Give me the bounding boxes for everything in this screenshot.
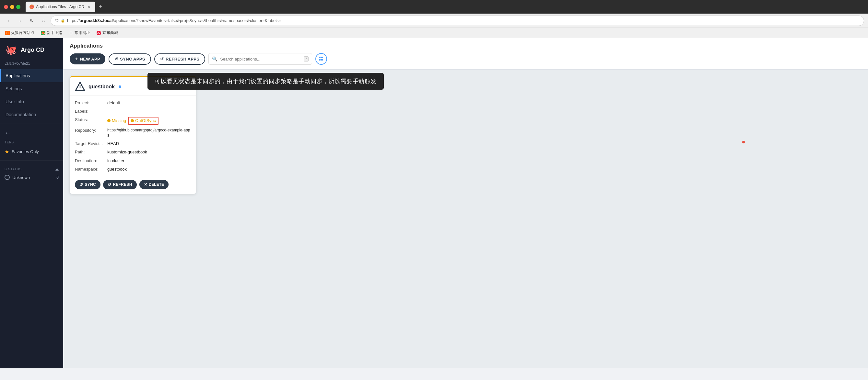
page-title: Applications <box>70 43 862 49</box>
minimize-button[interactable] <box>10 5 14 9</box>
address-bar[interactable]: 🛡 🔒 https://argocd.k8s.local/application… <box>51 15 864 26</box>
target-revision-value: HEAD <box>107 141 191 147</box>
card-row-project: Project: default <box>75 99 191 107</box>
card-footer: ↺ SYNC ↺ REFRESH ✕ DELETE <box>70 177 196 194</box>
repository-value: https://github.com/argoproj/argocd-examp… <box>107 128 191 139</box>
sidebar-item-settings-label: Settings <box>5 86 22 91</box>
tab-bar: 🐙 Applications Tiles - Argo CD ✕ + <box>23 1 864 13</box>
bookmark-foxofficial[interactable]: □ 火狐官方站点 <box>4 30 36 36</box>
back-button[interactable]: ‹ <box>4 16 13 25</box>
sidebar-version: v2.5.3+0c7de21 <box>0 62 63 69</box>
status-label: Status: <box>75 117 107 123</box>
card-row-labels: Labels: <box>75 107 191 115</box>
url-protocol: https:// <box>67 18 80 23</box>
sidebar-item-userinfo[interactable]: User Info <box>0 95 63 108</box>
svg-rect-0 <box>319 57 320 58</box>
tab-title: Applications Tiles - Argo CD <box>36 4 84 9</box>
tab-close-button[interactable]: ✕ <box>86 4 91 9</box>
destination-value: in-cluster <box>107 158 191 164</box>
main-content: Applications + NEW APP ↺ SYNC APPS ↺ REF… <box>63 38 868 368</box>
sidebar-item-settings[interactable]: Settings <box>0 82 63 95</box>
sync-status: OutOfSync <box>128 117 158 125</box>
status-values: Missing OutOfSync <box>107 117 158 125</box>
sidebar-filters-section-label: TERS <box>0 139 63 145</box>
card-row-repository: Repository: https://github.com/argoproj/… <box>75 126 191 140</box>
new-app-button[interactable]: + NEW APP <box>70 54 105 64</box>
svg-rect-1 <box>321 57 323 58</box>
bookmark-jd-label: 京东商城 <box>102 30 118 36</box>
path-label: Path: <box>75 149 107 155</box>
plus-icon: + <box>75 56 78 62</box>
forward-button[interactable]: › <box>16 16 25 25</box>
bookmark-jd[interactable]: JD 京东商城 <box>95 30 119 36</box>
health-status-text: Missing <box>112 118 126 124</box>
home-button[interactable]: ⌂ <box>39 16 48 25</box>
sidebar-favorites-filter[interactable]: ★ Favorites Only <box>0 145 63 158</box>
app-card-guestbook[interactable]: guestbook Project: default Labels: Statu… <box>70 76 196 194</box>
sidebar-status-unknown[interactable]: Unknown 0 <box>0 172 63 182</box>
bookmark-fox-icon: □ <box>5 31 10 35</box>
sync-status-text: OutOfSync <box>135 118 156 124</box>
repository-label: Repository: <box>75 128 107 133</box>
star-icon: ★ <box>4 148 9 155</box>
browser-titlebar: 🐙 Applications Tiles - Argo CD ✕ + <box>0 0 868 13</box>
sidebar-status-unknown-count: 0 <box>56 175 59 180</box>
refresh-apps-button[interactable]: ↺ REFRESH APPS <box>154 54 206 65</box>
sync-status-icon <box>4 175 10 180</box>
search-bar[interactable]: 🔍 / <box>209 53 312 65</box>
card-sync-icon: ↺ <box>80 182 83 187</box>
card-row-destination: Destination: in-cluster <box>75 157 191 165</box>
sidebar-sync-status-section: C STATUS Unknown 0 <box>0 164 63 185</box>
sidebar-divider-2 <box>0 161 63 161</box>
search-icon: 🔍 <box>212 56 217 62</box>
refresh-apps-label: REFRESH APPS <box>166 57 199 62</box>
page-header: Applications + NEW APP ↺ SYNC APPS ↺ REF… <box>63 38 868 70</box>
health-status: Missing <box>107 118 126 124</box>
card-sync-label: SYNC <box>85 182 96 187</box>
card-refresh-label: REFRESH <box>113 182 132 187</box>
bookmark-newuser[interactable]: 🦊 新手上路 <box>39 30 64 36</box>
new-app-label: NEW APP <box>80 57 100 62</box>
traffic-lights <box>4 5 21 9</box>
maximize-button[interactable] <box>16 5 21 9</box>
project-label: Project: <box>75 100 107 106</box>
grid-icon <box>319 56 324 62</box>
namespace-label: Namespace: <box>75 166 107 172</box>
sidebar-favorites-label: Favorites Only <box>12 149 39 154</box>
url-display: https://argocd.k8s.local/applications?sh… <box>67 18 860 23</box>
target-revision-label: Target Revisi... <box>75 141 107 147</box>
app-status-dot <box>119 85 121 88</box>
search-input[interactable] <box>220 57 301 62</box>
svg-rect-3 <box>321 59 323 61</box>
bookmark-newuser-label: 新手上路 <box>47 30 62 36</box>
sidebar-sync-status-header: C STATUS <box>0 166 63 172</box>
card-row-target-revision: Target Revisi... HEAD <box>75 139 191 148</box>
sidebar-back-button[interactable]: ← <box>0 127 63 139</box>
close-button[interactable] <box>4 5 8 9</box>
new-tab-button[interactable]: + <box>97 3 104 11</box>
card-refresh-button[interactable]: ↺ REFRESH <box>103 180 137 189</box>
app-card-name: guestbook <box>89 84 115 90</box>
bookmarks-bar: □ 火狐官方站点 🦊 新手上路 □ 常用网址 JD 京东商城 <box>0 28 868 38</box>
app-layout: 🐙 Argo CD v2.5.3+0c7de21 Applications Se… <box>0 38 868 368</box>
bookmark-folder-icon: □ <box>69 31 73 35</box>
sidebar-item-applications[interactable]: Applications <box>0 69 63 82</box>
argo-logo: 🐙 <box>4 43 18 56</box>
sync-apps-button[interactable]: ↺ SYNC APPS <box>108 54 151 65</box>
sidebar: 🐙 Argo CD v2.5.3+0c7de21 Applications Se… <box>0 38 63 368</box>
sync-apps-label: SYNC APPS <box>120 57 145 62</box>
card-sync-button[interactable]: ↺ SYNC <box>75 180 100 189</box>
shield-icon: 🛡 <box>55 19 59 23</box>
bookmark-jd-icon: JD <box>97 31 101 35</box>
project-value: default <box>107 100 191 106</box>
card-body: Project: default Labels: Status: Missing <box>70 96 196 177</box>
active-tab[interactable]: 🐙 Applications Tiles - Argo CD ✕ <box>26 2 95 12</box>
sidebar-sync-status-label: C STATUS <box>4 167 22 171</box>
browser-chrome: 🐙 Applications Tiles - Argo CD ✕ + ‹ › ↻… <box>0 0 868 38</box>
bookmark-common[interactable]: □ 常用网址 <box>67 30 91 36</box>
reload-button[interactable]: ↻ <box>27 16 36 25</box>
cards-area: 可以看见状态是未同步的，由于我们设置的同步策略是手动同步，所以需要手动触发 gu… <box>63 70 868 368</box>
card-delete-button[interactable]: ✕ DELETE <box>140 180 168 189</box>
view-toggle-button[interactable] <box>315 53 327 65</box>
sidebar-item-documentation[interactable]: Documentation <box>0 108 63 121</box>
